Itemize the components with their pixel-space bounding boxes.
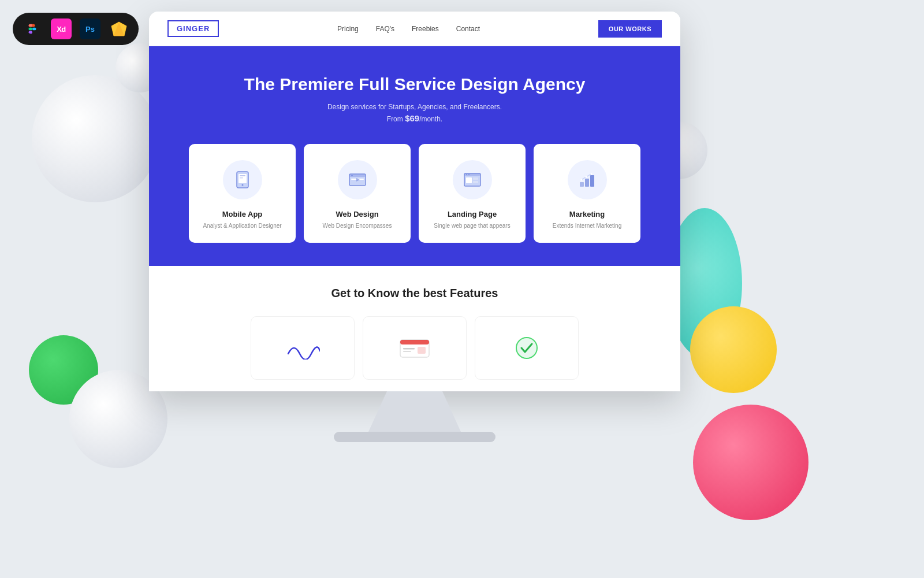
ps-icon[interactable]: Ps	[80, 18, 100, 39]
svg-rect-19	[466, 174, 467, 175]
figma-icon[interactable]	[22, 18, 43, 39]
our-works-button[interactable]: OUR WORKS	[598, 20, 662, 38]
navbar: GINGER Pricing FAQ's Freebies Contact OU…	[149, 12, 680, 46]
web-design-desc: Web Design Encompasses	[315, 222, 399, 230]
xd-icon[interactable]: Xd	[51, 18, 72, 39]
landing-page-desc: Single web page that appears	[430, 222, 514, 230]
monitor: GINGER Pricing FAQ's Freebies Contact OU…	[149, 12, 680, 442]
svg-rect-29	[403, 348, 415, 350]
svg-rect-10	[351, 175, 353, 176]
marketing-title: Marketing	[545, 210, 629, 218]
monitor-base	[334, 432, 495, 442]
landing-page-icon	[453, 160, 492, 199]
nav-freebies[interactable]: Freebies	[412, 25, 439, 33]
svg-rect-20	[468, 174, 470, 175]
card-marketing[interactable]: Marketing Extends Internet Marketing	[534, 144, 640, 243]
svg-point-24	[580, 179, 582, 181]
svg-point-32	[516, 338, 537, 358]
hero-subtitle: Design services for Startups, Agencies, …	[172, 103, 657, 111]
features-title: Get to Know the best Features	[172, 287, 657, 300]
feature-card-check[interactable]	[475, 316, 579, 380]
features-cards-row	[172, 316, 657, 380]
feature-card-ui[interactable]	[363, 316, 467, 380]
svg-point-5	[241, 184, 243, 186]
blob-yellow	[690, 306, 777, 393]
svg-rect-6	[240, 175, 245, 176]
svg-rect-23	[590, 175, 594, 187]
monitor-stand	[368, 391, 461, 432]
navbar-links: Pricing FAQ's Freebies Contact	[337, 25, 480, 33]
blob-white-large	[32, 75, 159, 202]
svg-rect-22	[585, 179, 589, 187]
hero-price: From $69/month.	[172, 113, 657, 123]
hero-title: The Premiere Full Service Design Agency	[172, 74, 657, 95]
hero-section: The Premiere Full Service Design Agency …	[149, 46, 680, 266]
marketing-icon	[568, 160, 607, 199]
nav-faqs[interactable]: FAQ's	[376, 25, 394, 33]
feature-card-wave[interactable]	[251, 316, 355, 380]
blob-green	[29, 335, 98, 405]
card-mobile-app[interactable]: Mobile App Analyst & Application Designe…	[189, 144, 296, 243]
svg-rect-12	[351, 181, 359, 182]
svg-rect-31	[418, 347, 426, 354]
nav-contact[interactable]: Contact	[456, 25, 480, 33]
svg-rect-16	[466, 177, 472, 183]
mobile-app-icon	[223, 160, 262, 199]
mobile-app-desc: Analyst & Application Designer	[200, 222, 284, 230]
svg-rect-21	[580, 182, 584, 187]
sketch-icon[interactable]	[109, 18, 129, 39]
svg-point-26	[590, 173, 592, 175]
check-icon	[512, 334, 541, 362]
svg-rect-28	[400, 340, 429, 344]
svg-rect-7	[240, 177, 243, 179]
marketing-desc: Extends Internet Marketing	[545, 222, 629, 230]
blob-pink	[693, 405, 808, 520]
service-cards-row: Mobile App Analyst & Application Designe…	[172, 144, 657, 243]
card-ui-icon	[397, 335, 432, 361]
svg-rect-18	[473, 181, 478, 183]
navbar-logo[interactable]: GINGER	[167, 20, 219, 37]
web-design-icon	[338, 160, 377, 199]
nav-pricing[interactable]: Pricing	[337, 25, 359, 33]
svg-rect-17	[473, 177, 478, 180]
mobile-app-title: Mobile App	[200, 210, 284, 218]
landing-page-title: Landing Page	[430, 210, 514, 218]
web-design-title: Web Design	[315, 210, 399, 218]
wave-icon	[285, 336, 320, 360]
svg-rect-30	[403, 351, 411, 352]
card-landing-page[interactable]: Landing Page Single web page that appear…	[419, 144, 526, 243]
monitor-screen: GINGER Pricing FAQ's Freebies Contact OU…	[149, 12, 680, 391]
features-section: Get to Know the best Features	[149, 266, 680, 391]
svg-point-25	[585, 176, 587, 178]
card-web-design[interactable]: Web Design Web Design Encompasses	[304, 144, 411, 243]
design-toolbar: Xd Ps	[13, 13, 139, 45]
